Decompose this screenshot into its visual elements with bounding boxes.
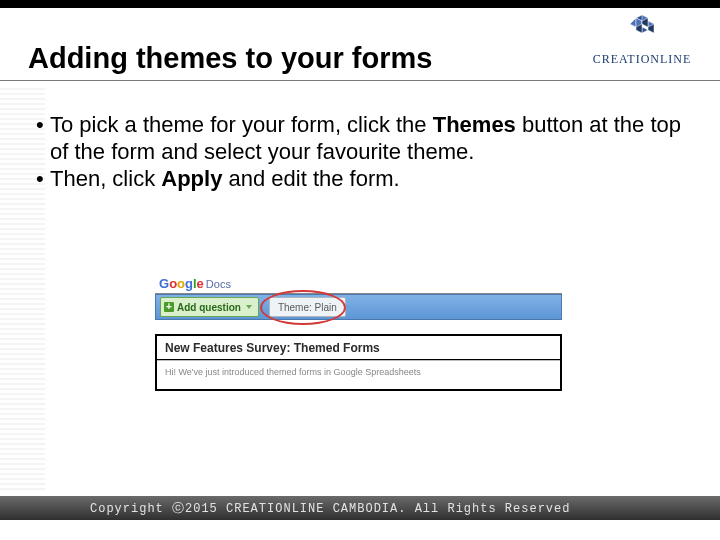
title-block: Adding themes to your forms	[28, 42, 570, 75]
bullet-text: Then, click Apply and edit the form.	[50, 166, 684, 193]
footer-gap	[0, 520, 720, 540]
copyright-text: Copyright ⓒ2015 CREATIONLINE CAMBODIA. A…	[0, 500, 570, 517]
theme-button-label: Theme: Plain	[278, 302, 337, 313]
embedded-screenshot: Google Docs + Add question Theme: Plain …	[155, 269, 562, 391]
cube-icon	[622, 10, 662, 50]
google-docs-header: Google Docs	[155, 269, 562, 291]
form-body: Hi! We've just introduced themed forms i…	[157, 360, 560, 389]
form-title: New Features Survey: Themed Forms	[157, 336, 560, 360]
add-question-label: Add question	[177, 302, 241, 313]
footer-bar: Copyright ⓒ2015 CREATIONLINE CAMBODIA. A…	[0, 496, 720, 520]
docs-label: Docs	[206, 278, 231, 290]
bullet-text: To pick a theme for your form, click the…	[50, 112, 684, 166]
form-body-text: Hi! We've just introduced themed forms i…	[165, 367, 552, 377]
bullet-dot: •	[36, 112, 50, 166]
slide: CREATIONLINE Adding themes to your forms…	[0, 0, 720, 540]
add-question-button[interactable]: + Add question	[160, 297, 259, 317]
bullet-dot: •	[36, 166, 50, 193]
brand-name: CREATIONLINE	[578, 52, 706, 67]
form-preview: New Features Survey: Themed Forms Hi! We…	[155, 334, 562, 391]
bullet-list: • To pick a theme for your form, click t…	[36, 112, 684, 192]
theme-button[interactable]: Theme: Plain	[269, 297, 346, 317]
dropdown-caret-icon	[246, 305, 252, 309]
title-underline	[0, 80, 720, 81]
google-logo: Google	[159, 276, 204, 291]
page-title: Adding themes to your forms	[28, 42, 570, 75]
bullet-item: • Then, click Apply and edit the form.	[36, 166, 684, 193]
bullet-item: • To pick a theme for your form, click t…	[36, 112, 684, 166]
top-stripe	[0, 0, 720, 8]
brand-logo: CREATIONLINE	[578, 10, 706, 67]
form-toolbar: + Add question Theme: Plain	[155, 294, 562, 320]
svg-marker-4	[630, 18, 636, 27]
plus-icon: +	[164, 302, 174, 312]
